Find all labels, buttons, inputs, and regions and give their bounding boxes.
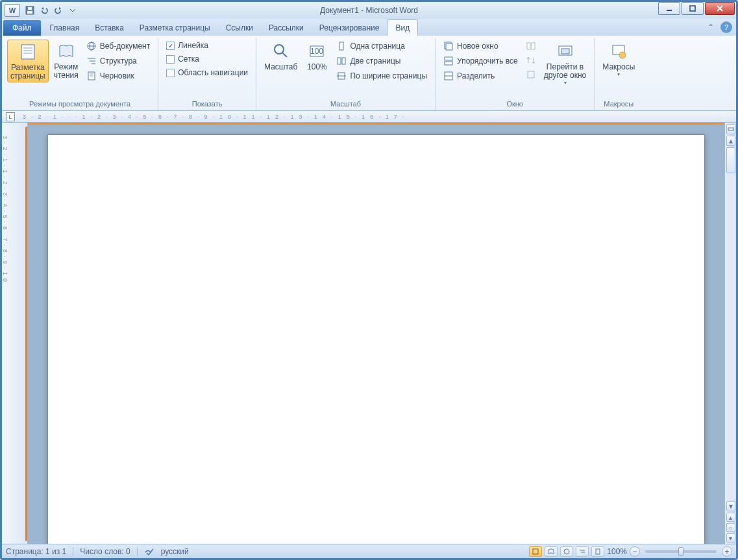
svg-rect-26 bbox=[342, 58, 345, 64]
view-outline-icon[interactable] bbox=[576, 546, 589, 557]
svg-rect-25 bbox=[338, 58, 341, 64]
scroll-up-icon[interactable]: ▴ bbox=[726, 136, 735, 146]
switch-windows-button[interactable]: Перейти в другое окно ▾ bbox=[541, 40, 589, 87]
app-icon[interactable]: W bbox=[5, 4, 20, 17]
dropdown-icon: ▾ bbox=[617, 71, 620, 77]
language-status[interactable]: русский bbox=[161, 547, 189, 556]
vertical-scrollbar[interactable]: ▴ ▾ ▴ ○ ▾ bbox=[724, 123, 736, 544]
svg-point-44 bbox=[564, 549, 569, 554]
web-layout-button[interactable]: Веб-документ bbox=[84, 40, 153, 53]
browse-object-icon[interactable]: ○ bbox=[726, 523, 735, 532]
page[interactable] bbox=[47, 134, 705, 544]
scrollbar-thumb[interactable] bbox=[726, 147, 735, 173]
arrange-all-button[interactable]: Упорядочить все bbox=[441, 55, 521, 67]
workspace: 3·2·1·1·2·3·4·5·6·7·8·9·10 ▴ ▾ ▴ ○ ▾ bbox=[2, 123, 736, 544]
qat-dropdown-icon[interactable] bbox=[67, 5, 79, 16]
outline-button[interactable]: Структура bbox=[84, 55, 153, 67]
group-show-label: Показать bbox=[164, 99, 251, 110]
scrollbar-track[interactable] bbox=[726, 147, 735, 500]
svg-rect-32 bbox=[445, 62, 452, 65]
view-print-layout-icon[interactable] bbox=[529, 546, 542, 557]
reading-mode-button[interactable]: Режим чтения bbox=[51, 40, 81, 81]
one-page-button[interactable]: Одна страница bbox=[334, 40, 430, 53]
separator bbox=[137, 547, 138, 556]
print-layout-button[interactable]: Разметка страницы bbox=[7, 40, 49, 82]
vertical-ruler[interactable]: 3·2·1·1·2·3·4·5·6·7·8·9·10 bbox=[2, 123, 28, 544]
close-button[interactable] bbox=[705, 2, 735, 15]
new-window-icon bbox=[443, 41, 454, 51]
page-width-button[interactable]: По ширине страницы bbox=[334, 69, 430, 82]
sync-scroll-button[interactable] bbox=[523, 54, 539, 67]
zoom-level[interactable]: 100% bbox=[607, 547, 627, 556]
new-window-button[interactable]: Новое окно bbox=[441, 40, 521, 53]
scroll-down-icon[interactable]: ▾ bbox=[726, 501, 735, 511]
checkbox-icon: ✓ bbox=[166, 42, 175, 50]
tab-review[interactable]: Рецензирование bbox=[312, 20, 387, 36]
navigation-pane-checkbox[interactable]: Область навигации bbox=[164, 67, 251, 79]
undo-icon[interactable] bbox=[38, 5, 50, 16]
gridlines-checkbox[interactable]: Сетка bbox=[164, 53, 251, 65]
file-tab[interactable]: Файл bbox=[3, 20, 41, 36]
arrange-icon bbox=[443, 56, 454, 66]
one-page-label: Одна страница bbox=[350, 42, 404, 51]
prev-page-icon[interactable]: ▴ bbox=[726, 513, 735, 522]
ruler-toggle-icon[interactable] bbox=[726, 124, 735, 134]
view-web-icon[interactable] bbox=[560, 546, 573, 557]
page-width-label: По ширине страницы bbox=[350, 71, 427, 80]
maximize-button[interactable] bbox=[682, 2, 704, 15]
tab-insert[interactable]: Вставка bbox=[87, 20, 132, 36]
minimize-button[interactable] bbox=[658, 2, 680, 15]
next-page-icon[interactable]: ▾ bbox=[726, 533, 735, 542]
tab-references[interactable]: Ссылки bbox=[218, 20, 261, 36]
reset-position-button[interactable] bbox=[523, 68, 539, 81]
macros-button[interactable]: Макросы ▾ bbox=[600, 40, 637, 79]
tab-mailings[interactable]: Рассылки bbox=[261, 20, 312, 36]
hundred-icon: 100 bbox=[306, 41, 327, 62]
switch-icon bbox=[555, 41, 576, 62]
tab-home[interactable]: Главная bbox=[42, 20, 88, 36]
tab-stop-selector[interactable]: L bbox=[6, 112, 15, 121]
svg-text:100: 100 bbox=[310, 47, 323, 56]
arrange-label: Упорядочить все bbox=[457, 56, 518, 66]
tab-page-layout[interactable]: Разметка страницы bbox=[132, 20, 218, 36]
view-draft-icon[interactable] bbox=[591, 546, 604, 557]
checkbox-icon bbox=[166, 69, 175, 77]
zoom-out-button[interactable]: − bbox=[630, 546, 640, 557]
print-layout-icon bbox=[18, 42, 38, 62]
view-reading-icon[interactable] bbox=[545, 546, 558, 557]
redo-icon[interactable] bbox=[53, 5, 64, 16]
macros-label: Макросы bbox=[602, 63, 635, 71]
zoom-100-button[interactable]: 100 100% bbox=[302, 40, 331, 73]
draft-button[interactable]: Черновик bbox=[84, 69, 153, 82]
checkbox-icon bbox=[166, 55, 175, 64]
split-button[interactable]: Разделить bbox=[441, 69, 521, 82]
help-icon[interactable]: ? bbox=[720, 21, 732, 33]
svg-rect-7 bbox=[21, 45, 34, 59]
horizontal-ruler[interactable]: L 3·2·1···1·2·3·4·5·6·7·8·9·10·11·12·13·… bbox=[2, 111, 736, 123]
side-by-side-button[interactable] bbox=[523, 40, 539, 53]
tab-view[interactable]: Вид bbox=[387, 19, 418, 36]
print-layout-label: Разметка страницы bbox=[10, 64, 45, 80]
zoom-slider[interactable] bbox=[645, 550, 717, 553]
split-icon bbox=[443, 71, 454, 81]
group-macros: Макросы ▾ Макросы bbox=[595, 38, 643, 110]
svg-rect-4 bbox=[690, 6, 695, 11]
save-icon[interactable] bbox=[24, 5, 36, 16]
svg-rect-42 bbox=[728, 128, 733, 130]
zoom-button[interactable]: Масштаб bbox=[262, 40, 300, 73]
sync-scroll-icon bbox=[526, 55, 536, 66]
ruler-checkbox[interactable]: ✓Линейка bbox=[164, 40, 251, 51]
minimize-ribbon-icon[interactable]: ⌃ bbox=[705, 21, 717, 33]
zoom-slider-knob[interactable] bbox=[678, 547, 683, 556]
document-area[interactable] bbox=[28, 123, 724, 544]
zoom-icon bbox=[271, 41, 291, 62]
svg-rect-47 bbox=[596, 549, 600, 554]
group-window-label: Окно bbox=[441, 99, 589, 110]
proofing-icon[interactable] bbox=[144, 547, 154, 556]
two-pages-button[interactable]: Две страницы bbox=[334, 55, 430, 67]
zoom-in-button[interactable]: + bbox=[722, 546, 732, 557]
two-pages-icon bbox=[336, 56, 347, 66]
page-status[interactable]: Страница: 1 из 1 bbox=[6, 547, 66, 556]
draft-label: Черновик bbox=[100, 71, 134, 80]
word-count[interactable]: Число слов: 0 bbox=[80, 547, 130, 556]
